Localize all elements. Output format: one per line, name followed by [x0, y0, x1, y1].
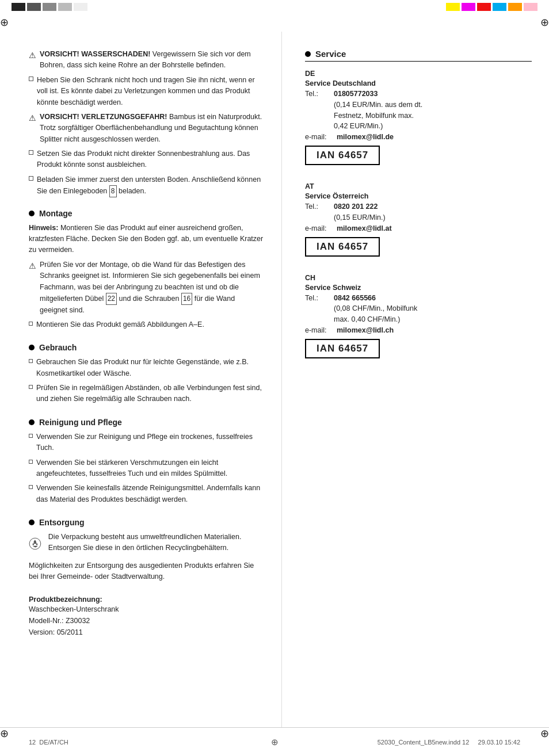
service-tel-extra1-at: (0,15 EUR/Min.) — [334, 212, 532, 223]
email-value-de: milomex@lidl.de — [337, 133, 394, 141]
service-tel-ch: Tel.: 0842 665566 — [305, 293, 532, 304]
service-tel-extra2-ch: max. 0,40 CHF/Min.) — [334, 314, 532, 325]
service-tel-label-at: Tel.: — [305, 201, 334, 212]
bullet-small-square-rein-2 — [29, 460, 33, 464]
recycling-icon — [29, 533, 41, 555]
filename: 52030_Content_LB5new.indd 12 — [378, 739, 470, 746]
montage-title: Montage — [29, 209, 264, 218]
reinigung-title-text: Reinigung und Pflege — [39, 418, 122, 427]
bullet-small-square-rein-3 — [29, 485, 33, 489]
ian-text-ch: IAN 64657 — [317, 343, 368, 354]
entsorgung-recycling: Die Verpackung besteht aus umweltfreundl… — [29, 532, 264, 555]
entsorgung-title-text: Entsorgung — [39, 518, 85, 527]
entsorgung-text-block: Die Verpackung besteht aus umweltfreundl… — [48, 532, 264, 554]
montage-assembly-text: Montieren Sie das Produkt gemäß Abbildun… — [36, 319, 204, 330]
gebrauch-title-text: Gebrauch — [39, 343, 77, 352]
bullet-square-icon — [29, 77, 33, 81]
bullet-small-square-gebrauch-2 — [29, 385, 33, 389]
service-tel-extra1-de: (0,14 EUR/Min. aus dem dt. — [334, 100, 532, 110]
inline-box-22: 22 — [106, 293, 117, 305]
service-de: DE Service Deutschland Tel.: 01805772033… — [305, 70, 532, 173]
reinigung-text-2: Verwenden Sie bei stärkeren Verschmutzun… — [36, 457, 264, 480]
service-title-text: Service — [315, 49, 346, 59]
email-label-ch: e-mail: — [305, 326, 337, 334]
bullet-circle-reinigung — [29, 419, 35, 425]
product-label: Produktbezeichnung: — [29, 595, 264, 604]
warning-wasserschaden: ⚠ VORSICHT! WASSERSCHADEN! Vergewissern … — [29, 49, 264, 71]
service-tel-de: Tel.: 01805772033 — [305, 89, 532, 100]
top-color-swatches-left — [12, 3, 87, 11]
left-column: ⚠ VORSICHT! WASSERSCHADEN! Vergewissern … — [0, 32, 282, 727]
swatch-lighter — [74, 3, 87, 11]
montage-title-text: Montage — [39, 209, 73, 218]
bullet-small-square-montage — [29, 322, 33, 326]
service-email-at: e-mail: milomex@lidl.at — [305, 224, 532, 232]
warning-wasserschaden-text: VORSICHT! WASSERSCHADEN! Vergewissern Si… — [40, 49, 264, 71]
swatch-cyan — [493, 3, 506, 11]
montage-wall-text: Prüfen Sie vor der Montage, ob die Wand … — [40, 259, 264, 316]
swatch-black — [12, 3, 25, 11]
reinigung-text-1: Verwenden Sie zur Reinigung und Pflege e… — [36, 432, 264, 454]
service-ch: CH Service Schweiz Tel.: 0842 665566 (0,… — [305, 274, 532, 366]
ian-box-ch: IAN 64657 — [305, 339, 380, 358]
bullet-circle-gebrauch — [29, 345, 35, 350]
reg-mark-tr: ⊕ — [540, 16, 549, 29]
email-label-de: e-mail: — [305, 133, 337, 141]
bullet-circle-service — [305, 51, 311, 57]
warning-lift-text: Heben Sie den Schrank nicht hoch und tra… — [37, 75, 264, 108]
ian-text-de: IAN 64657 — [317, 150, 368, 161]
warning-load-text: Beladen Sie immer zuerst den untersten B… — [37, 174, 264, 197]
service-email-de: e-mail: milomex@lidl.de — [305, 133, 532, 141]
service-tel-label-de: Tel.: — [305, 89, 334, 100]
swatch-mid — [43, 3, 56, 11]
swatch-yellow — [446, 3, 460, 11]
warning-verletzung-text: VORSICHT! VERLETZUNGSGEFAHR! Bambus ist … — [40, 112, 264, 145]
warning-lift: Heben Sie den Schrank nicht hoch und tra… — [29, 75, 264, 108]
montage-assembly: Montieren Sie das Produkt gemäß Abbildun… — [29, 319, 264, 330]
gebrauch-text-2: Prüfen Sie in regelmäßigen Abständen, ob… — [36, 383, 264, 405]
service-tel-number-ch: 0842 665566 — [334, 293, 376, 304]
service-tel-at: Tel.: 0820 201 222 — [305, 201, 532, 212]
reinigung-item-2: Verwenden Sie bei stärkeren Verschmutzun… — [29, 457, 264, 480]
reinigung-item-1: Verwenden Sie zur Reinigung und Pflege e… — [29, 432, 264, 454]
product-name: Waschbecken-Unterschrank — [29, 604, 264, 615]
service-tel-label-ch: Tel.: — [305, 293, 334, 304]
inline-box-16: 16 — [181, 293, 192, 305]
section-entsorgung: Entsorgung Die Verpackung besteht a — [29, 518, 264, 583]
bottom-page-info: 12 DE/AT/CH — [29, 739, 68, 746]
inline-box-8: 8 — [109, 185, 117, 197]
main-content: ⚠ VORSICHT! WASSERSCHADEN! Vergewissern … — [0, 32, 549, 727]
top-color-swatches-right — [446, 3, 537, 11]
bullet-small-square-gebrauch-1 — [29, 359, 33, 363]
entsorgung-text-1: Die Verpackung besteht aus umweltfreundl… — [48, 532, 264, 554]
section-gebrauch: Gebrauch Gebrauchen Sie das Produkt nur … — [29, 343, 264, 405]
ian-box-de: IAN 64657 — [305, 146, 380, 165]
warning-triangle-icon-2: ⚠ — [29, 112, 36, 124]
email-value-ch: milomex@lidl.ch — [337, 326, 394, 334]
service-tel-extra2-de: Festnetz, Mobilfunk max. — [334, 110, 532, 121]
swatch-red — [477, 3, 491, 11]
reinigung-item-3: Verwenden Sie keinesfalls ätzende Reinig… — [29, 483, 264, 505]
warning-triangle-icon: ⚠ — [29, 49, 36, 62]
warning-sun: Setzen Sie das Produkt nicht direkter So… — [29, 148, 264, 171]
section-reinigung: Reinigung und Pflege Verwenden Sie zur R… — [29, 418, 264, 505]
product-model: Modell-Nr.: Z30032 — [29, 615, 264, 627]
gebrauch-item-1: Gebrauchen Sie das Produkt nur für leich… — [29, 357, 264, 379]
bullet-square-icon-2 — [29, 150, 33, 155]
warning-sun-text: Setzen Sie das Produkt nicht direkter So… — [37, 148, 264, 171]
product-info: Produktbezeichnung: Waschbecken-Untersch… — [29, 595, 264, 638]
right-column: Service DE Service Deutschland Tel.: 018… — [282, 32, 549, 727]
service-at: AT Service Österreich Tel.: 0820 201 222… — [305, 182, 532, 265]
warning-verletzung: ⚠ VORSICHT! VERLETZUNGSGEFAHR! Bambus is… — [29, 112, 264, 145]
entsorgung-text-2: Möglichkeiten zur Entsorgung des ausgedi… — [29, 560, 264, 583]
service-tel-extra1-ch: (0,08 CHF/Min., Mobilfunk — [334, 303, 532, 314]
warning-triangle-montage: ⚠ — [29, 260, 36, 272]
service-title: Service — [305, 49, 532, 62]
service-tel-extra3-de: 0,42 EUR/Min.) — [334, 121, 532, 132]
bullet-circle-entsorgung — [29, 520, 35, 525]
country-code-de: DE — [305, 70, 532, 78]
gebrauch-item-2: Prüfen Sie in regelmäßigen Abständen, ob… — [29, 383, 264, 405]
product-version: Version: 05/2011 — [29, 627, 264, 638]
service-name-de: Service Deutschland — [305, 79, 532, 87]
email-label-at: e-mail: — [305, 224, 337, 232]
